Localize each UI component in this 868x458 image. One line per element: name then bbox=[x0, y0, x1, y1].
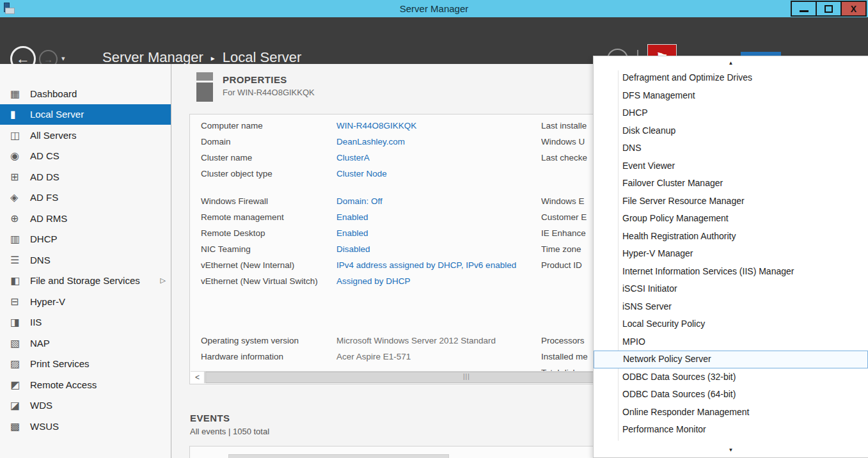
menu-item-local-security-policy[interactable]: Local Security Policy bbox=[594, 315, 868, 333]
sidebar-item-dns[interactable]: ☰ DNS bbox=[0, 249, 171, 271]
menu-item-performance-monitor[interactable]: Performance Monitor bbox=[594, 421, 868, 439]
property-value[interactable]: Acer Aspire E1-571 bbox=[336, 352, 411, 361]
tools-menu-item-label: Defragment and Optimize Drives bbox=[622, 72, 752, 83]
sidebar-item-icon: ◩ bbox=[10, 379, 30, 391]
menu-item-mpio[interactable]: MPIO bbox=[594, 333, 868, 351]
property-value[interactable]: Cluster Node bbox=[336, 169, 387, 178]
menu-scroll-down[interactable]: ▼ bbox=[594, 442, 868, 457]
restore-button[interactable] bbox=[816, 1, 842, 17]
menu-item-dhcp[interactable]: DHCP bbox=[594, 104, 868, 122]
sidebar-item-label: All Servers bbox=[30, 130, 77, 141]
property-value[interactable]: Domain: Off bbox=[336, 196, 383, 206]
scroll-up-icon: ▲ bbox=[729, 60, 734, 66]
scroll-left-button[interactable]: < bbox=[191, 372, 205, 383]
tools-menu-item-label: DNS bbox=[622, 143, 642, 153]
menu-item-iscsi-initiator[interactable]: iSCSI Initiator bbox=[594, 280, 868, 298]
property-label-truncated: Installed me bbox=[541, 352, 588, 361]
menu-item-failover-cluster-manager[interactable]: Failover Cluster Manager bbox=[594, 175, 868, 193]
sidebar-item-nap[interactable]: ▧ NAP bbox=[0, 333, 171, 354]
menu-item-health-registration-authority[interactable]: Health Registration Authority bbox=[594, 228, 868, 246]
sidebar-item-remote-access[interactable]: ◩ Remote Access bbox=[0, 374, 171, 395]
menu-item-isns-server[interactable]: iSNS Server bbox=[594, 298, 868, 316]
sidebar-item-label: IIS bbox=[30, 317, 42, 328]
menu-item-online-responder-management[interactable]: Online Responder Management bbox=[594, 404, 868, 422]
property-label-truncated: Last installe bbox=[541, 121, 587, 130]
sidebar-item-ad-rms[interactable]: ⊕ AD RMS bbox=[0, 208, 171, 229]
property-row: Windows Firewall Domain: Off bbox=[201, 196, 540, 212]
sidebar-item-file-and-storage-services[interactable]: ◧ File and Storage Services ▷ bbox=[0, 271, 171, 292]
title-bar: Server Manager X bbox=[0, 0, 868, 17]
property-label: Remote management bbox=[201, 212, 284, 222]
tools-dropdown-menu: ▲ Defragment and Optimize Drives DFS Man… bbox=[593, 56, 868, 458]
sidebar-item-ad-cs[interactable]: ◉ AD CS bbox=[0, 146, 171, 167]
scroll-down-icon: ▼ bbox=[729, 447, 734, 453]
menu-item-group-policy-management[interactable]: Group Policy Management bbox=[594, 210, 868, 228]
sidebar-item-label: NAP bbox=[30, 338, 50, 349]
menu-item-odbc-data-sources-64-bit[interactable]: ODBC Data Sources (64-bit) bbox=[594, 386, 868, 404]
menu-item-disk-cleanup[interactable]: Disk Cleanup bbox=[594, 122, 868, 140]
sidebar-item-local-server[interactable]: ▮ Local Server bbox=[0, 104, 171, 125]
property-group-network: Windows Firewall Domain: Off Remote mana… bbox=[201, 196, 540, 292]
property-value[interactable]: ClusterA bbox=[336, 153, 370, 162]
menu-item-hyper-v-manager[interactable]: Hyper-V Manager bbox=[594, 245, 868, 263]
window-controls: X bbox=[792, 1, 867, 17]
property-label: vEthernet (New Internal) bbox=[201, 260, 294, 270]
sidebar-item-label: File and Storage Services bbox=[30, 275, 140, 286]
events-header: EVENTS All events | 1050 total bbox=[190, 413, 269, 436]
sidebar-item-hyper-v[interactable]: ⊟ Hyper-V bbox=[0, 291, 171, 312]
tools-menu-item-label: MPIO bbox=[622, 336, 645, 347]
sidebar-item-dashboard[interactable]: ▦ Dashboard bbox=[0, 83, 171, 104]
menu-item-defragment-and-optimize-drives[interactable]: Defragment and Optimize Drives bbox=[594, 69, 868, 87]
sidebar-item-icon: ▥ bbox=[10, 233, 30, 245]
property-label: Operating system version bbox=[201, 336, 299, 345]
history-dropdown-caret-icon[interactable]: ▾ bbox=[61, 54, 65, 63]
property-value[interactable]: DeanLashley.com bbox=[336, 137, 405, 146]
property-value[interactable]: Enabled bbox=[336, 212, 368, 222]
sidebar-item-label: DHCP bbox=[30, 233, 58, 244]
close-button[interactable]: X bbox=[840, 1, 867, 17]
property-group-system: Operating system version Microsoft Windo… bbox=[201, 336, 540, 368]
window-title: Server Manager bbox=[400, 0, 469, 17]
property-label: Remote Desktop bbox=[201, 228, 265, 238]
sidebar-item-all-servers[interactable]: ◫ All Servers bbox=[0, 125, 171, 146]
menu-item-file-server-resource-manager[interactable]: File Server Resource Manager bbox=[594, 193, 868, 210]
sidebar-item-wsus[interactable]: ▩ WSUS bbox=[0, 416, 171, 437]
sidebar-item-ad-ds[interactable]: ⊞ AD DS bbox=[0, 166, 171, 187]
property-value[interactable]: WIN-R44O8GIKKQK bbox=[336, 121, 416, 130]
sidebar-item-label: DNS bbox=[30, 255, 51, 265]
scrollbar-grip-icon: ||| bbox=[463, 373, 470, 380]
menu-scroll-up[interactable]: ▲ bbox=[594, 56, 868, 69]
sidebar-item-dhcp[interactable]: ▥ DHCP bbox=[0, 229, 171, 250]
menu-item-event-viewer[interactable]: Event Viewer bbox=[594, 157, 868, 175]
property-label-truncated: Processors bbox=[541, 336, 585, 345]
property-value[interactable]: Disabled bbox=[336, 244, 370, 254]
sidebar-item-icon: ▧ bbox=[10, 337, 30, 349]
sidebar-item-icon: ⊞ bbox=[10, 171, 30, 183]
property-value[interactable]: Assigned by DHCP bbox=[336, 276, 411, 286]
property-value[interactable]: Enabled bbox=[336, 228, 368, 238]
sidebar-item-iis[interactable]: ◨ IIS bbox=[0, 312, 171, 333]
tools-menu-item-label: Performance Monitor bbox=[622, 424, 706, 434]
menu-item-dns[interactable]: DNS bbox=[594, 139, 868, 157]
server-icon bbox=[196, 72, 213, 102]
tools-menu-item-label: ODBC Data Sources (32-bit) bbox=[622, 372, 736, 382]
sidebar-item-print-services[interactable]: ▨ Print Services bbox=[0, 354, 171, 375]
events-filter-bar[interactable] bbox=[228, 454, 449, 458]
sidebar-item-icon: ◪ bbox=[10, 399, 30, 411]
sidebar: ▦ Dashboard ▮ Local Server ◫ All Servers… bbox=[0, 64, 171, 458]
menu-item-network-policy-server[interactable]: Network Policy Server bbox=[594, 351, 868, 368]
property-label-truncated: Product ID bbox=[541, 260, 582, 270]
sidebar-item-label: AD CS bbox=[30, 150, 59, 161]
sidebar-item-icon: ▨ bbox=[10, 358, 30, 370]
property-value[interactable]: IPv4 address assigned by DHCP, IPv6 enab… bbox=[336, 260, 516, 270]
sidebar-item-label: Dashboard bbox=[30, 88, 77, 99]
property-value[interactable]: Microsoft Windows Server 2012 Standard bbox=[336, 336, 496, 345]
menu-item-dfs-management[interactable]: DFS Management bbox=[594, 87, 868, 105]
sidebar-item-wds[interactable]: ◪ WDS bbox=[0, 395, 171, 416]
sidebar-item-ad-fs[interactable]: ◈ AD FS bbox=[0, 187, 171, 209]
menu-item-iis-manager[interactable]: Internet Information Services (IIS) Mana… bbox=[594, 263, 868, 281]
menu-item-odbc-data-sources-32-bit[interactable]: ODBC Data Sources (32-bit) bbox=[594, 368, 868, 386]
property-label: Hardware information bbox=[201, 352, 283, 361]
minimize-button[interactable] bbox=[791, 1, 817, 17]
tools-menu-item-label: Online Responder Management bbox=[622, 407, 749, 417]
